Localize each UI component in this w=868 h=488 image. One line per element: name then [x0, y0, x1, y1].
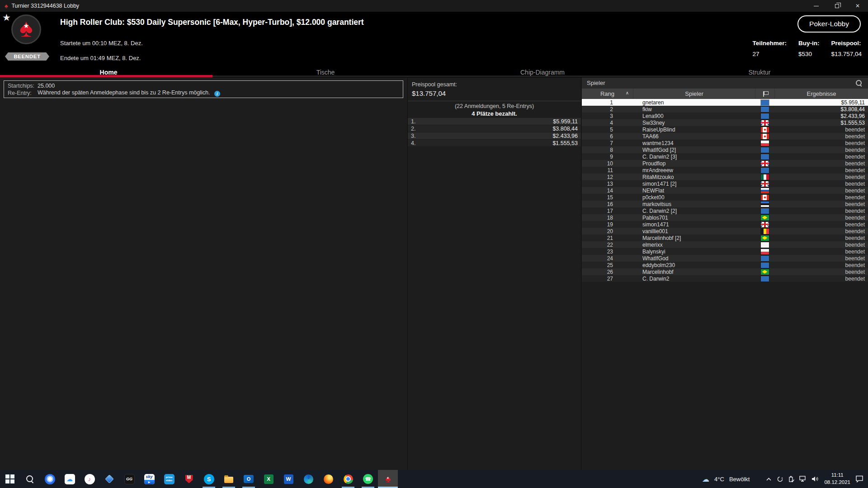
- player-row[interactable]: 6 TAA66 beendet: [582, 133, 868, 140]
- player-row[interactable]: 25 eddybolm230 beendet: [582, 262, 868, 268]
- player-row[interactable]: 21 Marcelinhobf [2] beendet: [582, 235, 868, 241]
- player-row[interactable]: 7 wantme1234 beendet: [582, 140, 868, 146]
- player-row[interactable]: 14 NEWFlat beendet: [582, 187, 868, 194]
- player-row[interactable]: 27 C. Darwin2 beendet: [582, 275, 868, 282]
- player-rank: 2: [582, 106, 633, 113]
- player-row[interactable]: 17 C. Darwin2 [2] beendet: [582, 207, 868, 214]
- player-row[interactable]: 1 gnetaren $5.959,11: [582, 99, 868, 106]
- info-icon[interactable]: i: [214, 91, 220, 97]
- player-name: C. Darwin2: [633, 276, 755, 282]
- player-row[interactable]: 16 markovitsus beendet: [582, 201, 868, 207]
- player-result: beendet: [774, 147, 868, 153]
- restore-button[interactable]: [826, 0, 847, 12]
- player-row[interactable]: 3 Lena900 $2.433,96: [582, 113, 868, 119]
- skype-icon[interactable]: S: [199, 470, 219, 488]
- tray-network-icon[interactable]: [799, 476, 807, 482]
- column-header-rank[interactable]: Rang ∧: [582, 89, 633, 99]
- player-row[interactable]: 18 Pablos701 beendet: [582, 214, 868, 221]
- player-row[interactable]: 19 simon1471 beendet: [582, 221, 868, 228]
- column-header-player[interactable]: Spieler: [633, 89, 755, 99]
- icloud-icon[interactable]: ☁: [60, 470, 80, 488]
- whatsapp-icon[interactable]: ☎: [358, 470, 378, 488]
- stat-value: 27: [752, 51, 787, 57]
- action-center-icon[interactable]: [855, 475, 863, 483]
- player-flag-cell: [755, 242, 774, 248]
- player-row[interactable]: 8 WhatIfGod [2] beendet: [582, 146, 868, 153]
- tray-expand-chevron-icon[interactable]: [766, 477, 772, 481]
- player-row[interactable]: 23 Balynskyi beendet: [582, 248, 868, 255]
- ggpoker-icon[interactable]: GG: [119, 470, 139, 488]
- payout-place: 4.: [408, 140, 415, 146]
- weather-condition[interactable]: Bewölkt: [729, 476, 750, 483]
- country-flag-icon: [761, 168, 769, 173]
- player-rank: 25: [582, 262, 633, 268]
- poker-lobby-button[interactable]: Poker-Lobby: [797, 15, 861, 33]
- sky-go-icon[interactable]: sky▶: [139, 470, 159, 488]
- search-icon[interactable]: [855, 80, 863, 87]
- tray-sync-icon[interactable]: [777, 476, 783, 483]
- outlook-icon[interactable]: O: [239, 470, 259, 488]
- itunes-icon[interactable]: ♪: [80, 470, 99, 488]
- column-header-results[interactable]: Ergebnisse: [774, 89, 868, 99]
- firefox-icon[interactable]: [318, 470, 338, 488]
- player-flag-cell: [755, 154, 774, 160]
- player-flag-cell: [755, 174, 774, 180]
- tray-usb-icon[interactable]: [788, 476, 794, 483]
- pokerstars-taskbar-icon[interactable]: ♠★: [378, 470, 398, 488]
- close-button[interactable]: ✕: [847, 0, 868, 12]
- signal-messenger-icon[interactable]: [40, 470, 60, 488]
- file-explorer-icon[interactable]: [219, 470, 239, 488]
- weather-temp[interactable]: 4°C: [714, 476, 724, 483]
- player-rank: 5: [582, 127, 633, 133]
- player-result: beendet: [774, 133, 868, 140]
- player-row[interactable]: 20 vanillie001 beendet: [582, 228, 868, 235]
- excel-icon[interactable]: X: [259, 470, 278, 488]
- player-rank: 21: [582, 235, 633, 241]
- player-header-label: Spieler: [685, 90, 703, 97]
- reentry-label: Re-Entry:: [8, 90, 38, 96]
- player-flag-cell: [755, 222, 774, 227]
- player-row[interactable]: 24 WhatIfGod beendet: [582, 255, 868, 262]
- player-row[interactable]: 2 fkiw $3.808,44: [582, 106, 868, 113]
- player-result: $5.959,11: [774, 99, 868, 106]
- player-rank: 1: [582, 99, 633, 106]
- tray-volume-icon[interactable]: [811, 476, 819, 482]
- weather-cloud-icon[interactable]: ☁: [702, 475, 709, 483]
- player-flag-cell: [755, 202, 774, 207]
- tab-bar: Home Tische Chip-Diagramm Struktur: [0, 67, 868, 77]
- favorite-star-icon[interactable]: ★: [2, 12, 11, 23]
- player-result: beendet: [774, 154, 868, 160]
- pokerstars-spade-icon: ♠: [5, 2, 8, 9]
- player-row[interactable]: 12 RitaMitzouko beendet: [582, 174, 868, 180]
- player-result: beendet: [774, 127, 868, 133]
- player-row[interactable]: 26 Marcelinhobf beendet: [582, 268, 868, 275]
- minimize-button[interactable]: [806, 0, 826, 12]
- player-name: markovitsus: [633, 201, 755, 207]
- videostudio-diamond-icon[interactable]: [99, 470, 119, 488]
- player-result: beendet: [774, 249, 868, 255]
- start-button-icon[interactable]: [0, 470, 20, 488]
- player-result: $1.555,53: [774, 120, 868, 126]
- word-icon[interactable]: W: [278, 470, 298, 488]
- country-flag-icon: [761, 141, 769, 146]
- player-row[interactable]: 9 C. Darwin2 [3] beendet: [582, 153, 868, 160]
- player-row[interactable]: 13 simon1471 [2] beendet: [582, 180, 868, 187]
- prime-video-icon[interactable]: prime video: [159, 470, 179, 488]
- mcafee-shield-icon[interactable]: M: [179, 470, 199, 488]
- player-row[interactable]: 5 RaiseUpBlind beendet: [582, 126, 868, 133]
- players-search-bar: Spieler: [582, 77, 868, 89]
- player-name: gnetaren: [633, 99, 755, 106]
- edge-browser-icon[interactable]: [298, 470, 318, 488]
- country-flag-icon: [761, 127, 769, 132]
- column-header-flag[interactable]: [755, 89, 774, 99]
- taskbar-clock[interactable]: 11:11 08.12.2021: [824, 472, 850, 486]
- player-row[interactable]: 4 Sw33ney $1.555,53: [582, 119, 868, 126]
- chrome-icon[interactable]: [338, 470, 358, 488]
- player-row[interactable]: 10 Proudflop beendet: [582, 160, 868, 167]
- player-row[interactable]: 11 mrAndreeew beendet: [582, 167, 868, 174]
- player-row[interactable]: 22 elmerixx beendet: [582, 241, 868, 248]
- taskbar-search-icon[interactable]: [20, 470, 40, 488]
- registrations-text: (22 Anmeldungen, 5 Re-Entrys): [408, 103, 581, 109]
- results-header-label: Ergebnisse: [807, 90, 836, 97]
- player-row[interactable]: 15 p0cket00 beendet: [582, 194, 868, 201]
